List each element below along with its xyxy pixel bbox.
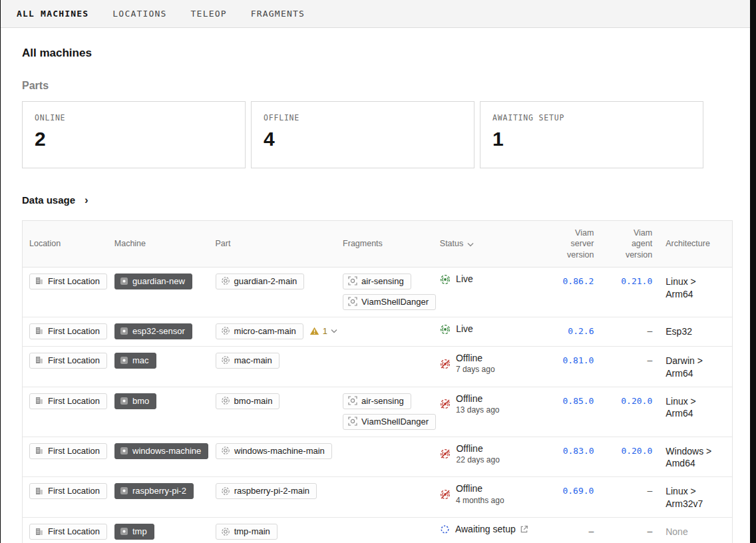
agent-version-link[interactable]: 0.21.0 xyxy=(600,268,659,317)
location-chip-label: First Location xyxy=(48,326,100,336)
offline-status-icon xyxy=(440,489,451,500)
data-usage-link[interactable]: Data usage › xyxy=(22,194,732,206)
location-cell: First Location xyxy=(23,317,108,346)
machine-cell: windows-machine xyxy=(108,437,209,477)
machine-icon xyxy=(120,397,128,405)
fragments-cell: air-sensing ViamShellDanger xyxy=(336,387,433,437)
location-chip-label: First Location xyxy=(48,276,100,286)
status-label: Offline xyxy=(456,483,482,495)
machine-cell: mac xyxy=(108,347,209,387)
online-card-label: ONLINE xyxy=(35,113,233,122)
external-link-icon[interactable] xyxy=(520,525,528,534)
machine-cell: guardian-new xyxy=(108,268,209,317)
location-chip[interactable]: First Location xyxy=(29,443,107,459)
location-chip[interactable]: First Location xyxy=(29,524,107,540)
fragment-chip[interactable]: air-sensing xyxy=(343,273,411,289)
fragments-cell xyxy=(336,518,433,543)
location-chip[interactable]: First Location xyxy=(29,323,107,339)
machine-cell: raspberry-pi-2 xyxy=(108,477,209,517)
status-cell: Offline 22 days ago xyxy=(433,437,539,477)
machine-icon xyxy=(120,327,128,335)
fragment-icon xyxy=(348,276,357,285)
machine-icon xyxy=(120,527,128,536)
architecture-value: Linux > Arm64 xyxy=(659,268,732,317)
fragment-icon xyxy=(348,297,357,306)
part-warning[interactable]: 1 xyxy=(309,326,337,336)
server-version-link[interactable]: 0.2.6 xyxy=(540,317,601,346)
fragment-chip[interactable]: ViamShellDanger xyxy=(343,294,436,310)
live-status-icon xyxy=(440,324,451,335)
machine-chip[interactable]: windows-machine xyxy=(114,443,208,459)
part-chip[interactable]: micro-cam-main xyxy=(216,323,303,339)
machine-chip[interactable]: esp32-sensor xyxy=(114,323,192,339)
part-chip[interactable]: windows-machine-main xyxy=(216,443,332,459)
machine-chip[interactable]: bmo xyxy=(114,393,156,409)
offline-card: OFFLINE 4 xyxy=(251,101,474,168)
location-chip-label: First Location xyxy=(48,396,100,406)
tab-teleop[interactable]: TELEOP xyxy=(191,9,227,19)
part-chip[interactable]: raspberry-pi-2-main xyxy=(216,483,317,499)
machine-chip-label: windows-machine xyxy=(132,446,201,456)
tab-locations[interactable]: LOCATIONS xyxy=(112,9,166,19)
server-version-link[interactable]: 0.83.0 xyxy=(540,437,601,477)
part-chip[interactable]: guardian-2-main xyxy=(216,273,305,289)
location-chip[interactable]: First Location xyxy=(29,393,107,409)
machines-table: Location Machine Part Fragments Status V… xyxy=(22,220,733,543)
header-status-sort[interactable]: Status xyxy=(433,221,540,267)
location-chip[interactable]: First Location xyxy=(29,353,107,369)
fragment-chip-label: ViamShellDanger xyxy=(361,417,429,427)
machine-cell: tmp xyxy=(108,518,209,543)
tab-fragments[interactable]: FRAGMENTS xyxy=(251,9,305,19)
top-tab-bar: ALL MACHINES LOCATIONS TELEOP FRAGMENTS xyxy=(1,0,756,28)
awaiting-setup-card-label: AWAITING SETUP xyxy=(492,113,691,122)
server-version-link[interactable]: 0.81.0 xyxy=(540,347,601,387)
tab-all-machines[interactable]: ALL MACHINES xyxy=(17,9,89,19)
parts-section-title: Parts xyxy=(22,80,732,92)
machine-cell: bmo xyxy=(108,387,209,437)
agent-version-link: – xyxy=(600,317,659,346)
part-cell: guardian-2-main xyxy=(209,268,336,317)
machine-chip[interactable]: raspberry-pi-2 xyxy=(114,483,194,499)
fragment-chip[interactable]: ViamShellDanger xyxy=(343,414,436,430)
fragments-cell xyxy=(336,477,433,517)
location-chip-label: First Location xyxy=(48,486,100,496)
server-version-link[interactable]: 0.85.0 xyxy=(540,387,601,437)
table-row: First Location windows-machine window xyxy=(23,437,732,478)
agent-version-link[interactable]: 0.20.0 xyxy=(601,437,660,477)
machine-chip[interactable]: tmp xyxy=(114,524,154,540)
part-icon xyxy=(221,355,230,365)
architecture-value: Linux > Arm64 xyxy=(659,387,732,437)
agent-version-link[interactable]: 0.20.0 xyxy=(600,387,659,437)
building-icon xyxy=(35,396,44,405)
part-cell: windows-machine-main xyxy=(209,437,337,477)
location-cell: First Location xyxy=(23,437,108,477)
location-cell: First Location xyxy=(23,387,108,437)
header-part: Part xyxy=(208,221,336,267)
part-chip-label: guardian-2-main xyxy=(234,276,297,286)
part-chip-label: bmo-main xyxy=(234,396,273,406)
location-chip[interactable]: First Location xyxy=(29,273,107,289)
location-cell: First Location xyxy=(23,518,108,543)
status-last-online: 22 days ago xyxy=(456,455,499,465)
building-icon xyxy=(35,446,44,455)
window-edge xyxy=(750,0,756,543)
part-chip[interactable]: mac-main xyxy=(216,353,280,369)
building-icon xyxy=(35,326,44,335)
location-chip[interactable]: First Location xyxy=(29,483,107,499)
fragment-icon xyxy=(348,417,357,426)
machine-chip[interactable]: mac xyxy=(114,353,156,369)
fragment-chip[interactable]: air-sensing xyxy=(343,393,411,409)
machine-chip[interactable]: guardian-new xyxy=(114,273,192,289)
server-version-link[interactable]: 0.69.0 xyxy=(540,477,601,517)
status-label: Offline xyxy=(456,353,482,365)
awaiting-setup-icon xyxy=(440,524,450,534)
server-version-link[interactable]: 0.86.2 xyxy=(540,268,601,317)
table-row: First Location tmp tmp-main xyxy=(23,518,732,543)
header-machine: Machine xyxy=(108,221,209,267)
part-chip[interactable]: bmo-main xyxy=(216,393,280,409)
header-server-version: Viam server version xyxy=(540,221,601,267)
offline-card-value: 4 xyxy=(264,129,462,149)
part-chip[interactable]: tmp-main xyxy=(216,524,278,540)
fragment-chip-label: ViamShellDanger xyxy=(361,297,429,307)
part-chip-label: tmp-main xyxy=(234,526,270,536)
